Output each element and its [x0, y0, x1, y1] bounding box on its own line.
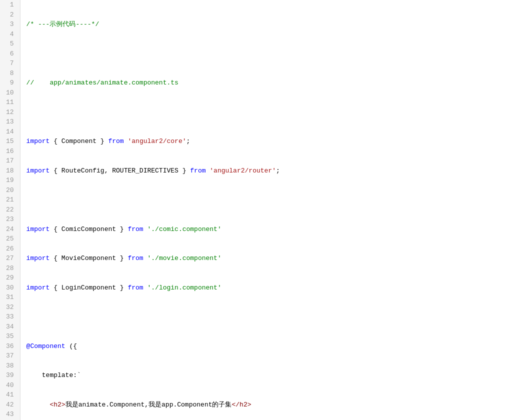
code-line-6: import { RouteConfig, ROUTER_DIRECTIVES …	[26, 166, 517, 176]
code-line-14: <h2>我是animate.Component,我是app.Component的…	[26, 400, 517, 410]
ln-18: 18	[4, 166, 16, 176]
code-content[interactable]: /* ---示例代码----*/ // app/animates/animate…	[20, 0, 523, 420]
ln-23: 23	[4, 214, 16, 224]
ln-16: 16	[4, 146, 16, 156]
code-editor: 1 2 3 4 5 6 7 8 9 10 11 12 13 14 15 16 1…	[0, 0, 523, 420]
ln-1: 1	[4, 0, 16, 10]
ln-3: 3	[4, 20, 16, 30]
ln-17: 17	[4, 156, 16, 166]
ln-25: 25	[4, 234, 16, 244]
code-line-8: import { ComicComponent } from './comic.…	[26, 224, 517, 234]
code-line-1: /* ---示例代码----*/	[26, 20, 517, 30]
ln-41: 41	[4, 390, 16, 400]
ln-43: 43	[4, 410, 16, 420]
ln-32: 32	[4, 302, 16, 312]
ln-33: 33	[4, 312, 16, 322]
ln-14: 14	[4, 127, 16, 137]
ln-24: 24	[4, 224, 16, 234]
ln-21: 21	[4, 195, 16, 205]
code-line-7	[26, 195, 517, 205]
ln-37: 37	[4, 351, 16, 361]
code-line-4	[26, 108, 517, 118]
ln-20: 20	[4, 186, 16, 196]
ln-39: 39	[4, 370, 16, 380]
ln-2: 2	[4, 10, 16, 20]
ln-27: 27	[4, 254, 16, 264]
code-line-5: import { Component } from 'angular2/core…	[26, 136, 517, 146]
ln-26: 26	[4, 244, 16, 254]
ln-10: 10	[4, 88, 16, 98]
ln-34: 34	[4, 322, 16, 332]
ln-6: 6	[4, 49, 16, 59]
ln-15: 15	[4, 136, 16, 146]
ln-8: 8	[4, 68, 16, 78]
code-line-13: template:`	[26, 370, 517, 380]
ln-9: 9	[4, 78, 16, 88]
code-line-12: @Component ({	[26, 342, 517, 352]
ln-19: 19	[4, 176, 16, 186]
ln-29: 29	[4, 273, 16, 283]
ln-31: 31	[4, 292, 16, 302]
ln-11: 11	[4, 98, 16, 108]
ln-35: 35	[4, 332, 16, 342]
ln-5: 5	[4, 39, 16, 49]
code-line-10: import { LoginComponent } from './login.…	[26, 283, 517, 293]
ln-30: 30	[4, 283, 16, 293]
ln-36: 36	[4, 342, 16, 352]
ln-7: 7	[4, 58, 16, 68]
line-numbers: 1 2 3 4 5 6 7 8 9 10 11 12 13 14 15 16 1…	[0, 0, 20, 420]
ln-38: 38	[4, 361, 16, 371]
ln-12: 12	[4, 108, 16, 118]
code-line-2	[26, 49, 517, 59]
code-line-11	[26, 312, 517, 322]
ln-13: 13	[4, 117, 16, 127]
ln-40: 40	[4, 380, 16, 390]
ln-28: 28	[4, 264, 16, 274]
ln-42: 42	[4, 400, 16, 410]
code-line-9: import { MovieComponent } from './movie.…	[26, 254, 517, 264]
ln-4: 4	[4, 30, 16, 40]
code-line-3: // app/animates/animate.component.ts	[26, 78, 517, 88]
ln-22: 22	[4, 205, 16, 215]
